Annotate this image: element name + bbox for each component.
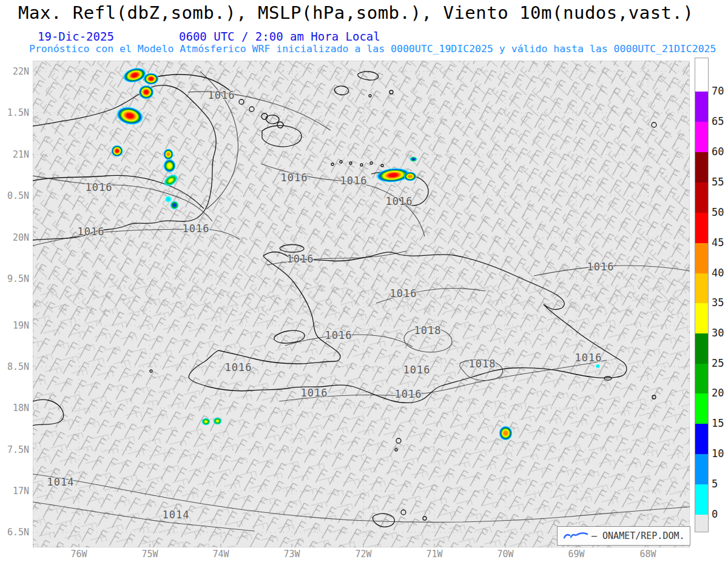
contour-label: 1016: [208, 89, 235, 101]
lon-label: 68W: [633, 549, 662, 560]
chart-title: Max. Refl(dbZ,somb.), MSLP(hPa,somb.), V…: [18, 2, 725, 23]
contour-label: 1016: [225, 361, 252, 373]
contour-label: 1018: [414, 324, 442, 336]
colorbar-segment: [695, 182, 708, 213]
lat-label: 8.5N: [0, 361, 29, 372]
colorbar-tick: 70: [712, 85, 724, 96]
colorbar-segment: [695, 364, 708, 393]
colorbar-tick: 5: [712, 478, 718, 489]
lat-label: 19N: [0, 320, 29, 331]
colorbar-tick: 65: [712, 116, 724, 127]
storm-cell: [163, 159, 176, 173]
colorbar-tick: 20: [712, 387, 724, 398]
map-plot-area: [33, 61, 690, 547]
lon-label: 76W: [64, 549, 93, 560]
contour-label: 1016: [287, 253, 314, 265]
colorbar-segment: [695, 243, 708, 273]
colorbar-tick: 35: [712, 297, 724, 308]
colorbar-segment: [695, 122, 708, 152]
colorbar-segment: [695, 333, 708, 364]
colorbar-tick: 0: [712, 509, 718, 520]
colorbar-tick: 40: [712, 267, 724, 278]
colorbar-tick: 10: [712, 448, 724, 459]
lat-label: 22N: [0, 66, 29, 77]
contour-label: 1016: [575, 352, 602, 364]
storm-cell: [201, 418, 211, 426]
lon-label: 74W: [206, 549, 235, 560]
colorbar-segment: [695, 58, 708, 92]
storm-cell: [499, 426, 513, 441]
storm-cell: [410, 156, 417, 162]
colorbar-tick: 15: [712, 418, 724, 429]
lat-label: 18N: [0, 403, 29, 413]
contour-label: 1014: [47, 476, 75, 488]
reflectivity-colorbar: [695, 58, 709, 532]
colorbar-segment: [695, 152, 708, 182]
wrf-forecast-chart: Max. Refl(dbZ,somb.), MSLP(hPa,somb.), V…: [0, 0, 728, 562]
colorbar-tick: 45: [712, 237, 724, 248]
colorbar-segment: [695, 393, 708, 424]
lat-label: 1.5N: [0, 107, 29, 118]
lat-label: 9.5N: [0, 273, 29, 284]
lat-label: 7.5N: [0, 444, 29, 455]
colorbar-tick: 30: [712, 327, 724, 338]
lat-label: 20N: [0, 232, 29, 243]
contour-label: 1016: [403, 364, 431, 376]
credit-text: – ONAMET/REP.DOM.: [592, 530, 685, 541]
colorbar-segment: [695, 273, 708, 303]
storm-cell: [143, 73, 159, 85]
contour-label: 1016: [183, 222, 210, 235]
lat-label: 6.5N: [0, 527, 29, 538]
colorbar-segment: [695, 484, 708, 515]
contour-label: 1016: [587, 261, 615, 273]
storm-cell: [138, 85, 154, 99]
lon-label: 71W: [420, 549, 449, 560]
colorbar-segment: [695, 454, 708, 484]
contour-label: 1016: [325, 329, 352, 341]
contour-label: 1016: [78, 226, 105, 238]
valid-time: 0600 UTC / 2:00 am Hora Local: [179, 30, 380, 43]
contour-label: 1018: [469, 358, 496, 370]
colorbar-segment: [695, 515, 708, 532]
colorbar-segment: [695, 92, 708, 122]
contour-label: 1014: [163, 509, 190, 521]
colorbar-segment: [695, 303, 708, 333]
contour-label: 1016: [301, 387, 328, 399]
contour-label: 1016: [390, 287, 417, 299]
model-run-note: Pronóstico con el Modelo Atmósferico WRF…: [29, 43, 716, 55]
lon-label: 73W: [277, 549, 306, 560]
contour-label: 1016: [340, 175, 368, 187]
onamet-wave-icon: [562, 531, 589, 541]
colorbar-tick: 50: [712, 207, 724, 218]
lon-label: 69W: [562, 549, 591, 560]
lat-label: 0.5N: [0, 190, 29, 201]
contour-label: 1016: [86, 181, 113, 193]
valid-date: 19-Dic-2025: [38, 30, 114, 43]
colorbar-tick: 25: [712, 358, 724, 369]
contour-label: 1016: [395, 388, 422, 400]
lat-label: 21N: [0, 149, 29, 160]
colorbar-tick: 55: [712, 176, 724, 187]
storm-cell: [170, 201, 179, 210]
colorbar-segment: [695, 213, 708, 243]
colorbar-tick: 60: [712, 146, 724, 157]
storm-cell: [595, 364, 601, 369]
lon-label: 72W: [349, 549, 378, 560]
lon-label: 75W: [135, 549, 164, 560]
storm-cell: [111, 145, 123, 157]
colorbar-segment: [695, 424, 708, 454]
contour-label: 1016: [281, 172, 308, 184]
storm-cell: [213, 417, 222, 425]
lat-label: 17N: [0, 486, 29, 497]
contour-label: 1016: [386, 195, 413, 207]
storm-cell: [403, 172, 417, 181]
lon-label: 70W: [491, 549, 520, 560]
credit-box: – ONAMET/REP.DOM.: [557, 526, 690, 546]
